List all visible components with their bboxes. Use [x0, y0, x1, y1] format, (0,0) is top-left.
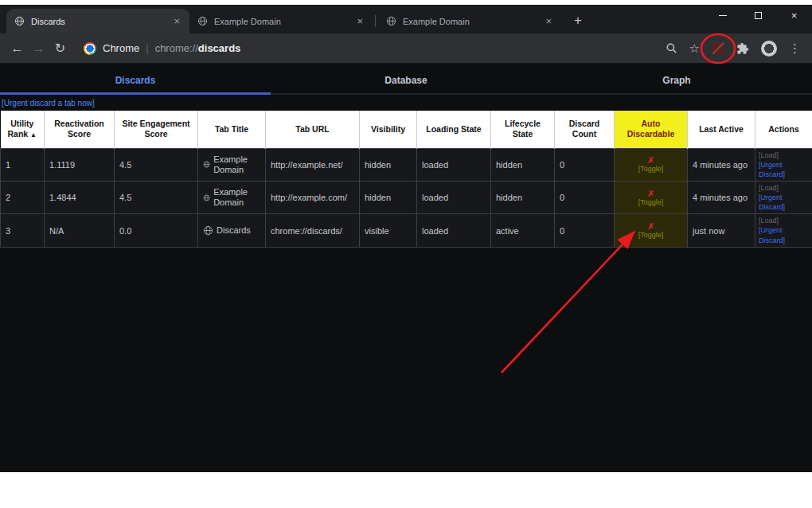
toggle-link[interactable]: [Toggle] — [616, 231, 685, 240]
discards-table: Utility Rank ▲ Reactivation Score Site E… — [0, 111, 812, 248]
cell-lifecycle-state: active — [491, 214, 555, 247]
browser-tab-example-1[interactable]: Example Domain × — [189, 9, 373, 33]
table-row: 2 1.4844 4.5 Example Domain http://examp… — [1, 181, 812, 213]
cell-tab-title: Discards — [198, 214, 266, 247]
maximize-button[interactable] — [740, 5, 776, 26]
back-icon[interactable]: ← — [6, 41, 28, 56]
cell-loading-state: loaded — [417, 148, 491, 181]
cell-reactivation: 1.1119 — [45, 148, 115, 181]
page-favicon-icon — [14, 16, 25, 26]
x-mark-icon: ✗ — [616, 155, 685, 165]
x-mark-icon: ✗ — [616, 189, 685, 198]
cell-tab-url: http://example.com/ — [266, 181, 360, 213]
url-scheme: chrome:// — [155, 42, 198, 54]
toggle-link[interactable]: [Toggle] — [616, 165, 685, 174]
reload-icon[interactable]: ↻ — [49, 41, 71, 56]
cell-auto-discardable: ✗[Toggle] — [615, 214, 688, 247]
tab-separator — [375, 15, 376, 27]
blocked-extension-icon[interactable] — [712, 42, 724, 55]
browser-toolbar: ← → ↻ Chrome | chrome://discards ☆ ⋮ — [0, 33, 812, 64]
tab-close-icon[interactable]: × — [172, 15, 182, 27]
zoom-icon[interactable] — [666, 42, 677, 54]
globe-icon — [203, 193, 210, 203]
maximize-icon — [755, 12, 762, 19]
cell-last-active: just now — [688, 214, 755, 247]
cell-last-active: 4 minutes ago — [688, 148, 755, 181]
address-bar[interactable]: Chrome | chrome://discards — [84, 42, 666, 55]
header-site-engagement-score[interactable]: Site Engagement Score — [115, 111, 198, 148]
cell-actions: [Load][Urgent Discard] — [755, 214, 812, 247]
urgent-discard-row-link[interactable]: [Urgent Discard] — [759, 160, 809, 179]
page-nav-tabs: Discards Database Graph — [0, 68, 812, 95]
menu-kebab-icon[interactable]: ⋮ — [789, 41, 801, 56]
new-tab-button[interactable]: + — [568, 10, 588, 31]
cell-tab-title: Example Domain — [198, 181, 266, 213]
minimize-button[interactable] — [705, 5, 740, 26]
header-reactivation-score[interactable]: Reactivation Score — [45, 111, 115, 148]
cell-tab-title: Example Domain — [198, 148, 266, 181]
extensions-puzzle-icon[interactable] — [736, 42, 749, 55]
cell-actions: [Load][Urgent Discard] — [755, 181, 812, 213]
globe-icon — [203, 225, 213, 236]
omnibox-separator: | — [146, 42, 148, 54]
profile-avatar[interactable] — [761, 41, 777, 57]
header-discard-count[interactable]: Discard Count — [555, 111, 615, 148]
forward-icon[interactable]: → — [28, 41, 49, 56]
cell-last-active: 4 minutes ago — [688, 181, 755, 213]
header-tab-title[interactable]: Tab Title — [198, 111, 266, 148]
globe-icon — [386, 16, 396, 26]
header-visibility[interactable]: Visibility — [360, 111, 417, 148]
tab-discards[interactable]: Discards — [0, 68, 271, 93]
cell-rank: 3 — [1, 214, 45, 247]
cell-lifecycle-state: hidden — [491, 181, 555, 213]
urgent-discard-row-link[interactable]: [Urgent Discard] — [759, 225, 809, 244]
screenshot-root: Discards × Example Domain × Example Doma… — [0, 0, 812, 508]
header-auto-discardable[interactable]: Auto Discardable — [615, 111, 688, 148]
cell-discard-count: 0 — [555, 181, 615, 213]
x-mark-icon: ✗ — [616, 221, 685, 231]
cell-tab-url: chrome://discards/ — [266, 214, 360, 247]
load-link[interactable]: [Load] — [759, 150, 809, 160]
header-last-active[interactable]: Last Active — [688, 111, 755, 148]
bookmark-star-icon[interactable]: ☆ — [689, 41, 700, 56]
tab-graph[interactable]: Graph — [541, 68, 812, 93]
tab-close-icon[interactable]: × — [355, 15, 365, 27]
header-lifecycle-state[interactable]: Lifecycle State — [491, 111, 555, 148]
close-button[interactable]: × — [776, 5, 812, 26]
sort-ascending-icon: ▲ — [30, 131, 37, 139]
cell-auto-discardable: ✗[Toggle] — [615, 181, 688, 213]
cell-reactivation: 1.4844 — [45, 181, 115, 213]
globe-icon — [197, 16, 208, 26]
header-actions[interactable]: Actions — [755, 111, 812, 148]
toolbar-right-icons: ☆ ⋮ — [666, 41, 801, 57]
cell-engagement: 4.5 — [115, 181, 198, 213]
tab-close-icon[interactable]: × — [544, 15, 553, 27]
urgent-discard-row-link[interactable]: [Urgent Discard] — [759, 193, 809, 212]
load-link[interactable]: [Load] — [759, 183, 809, 193]
cell-loading-state: loaded — [417, 214, 491, 247]
cell-rank: 1 — [1, 148, 45, 181]
header-loading-state[interactable]: Loading State — [417, 111, 491, 148]
cell-rank: 2 — [1, 181, 45, 213]
url-host: discards — [198, 42, 240, 54]
omnibox-product-label: Chrome — [103, 42, 139, 54]
header-utility-rank[interactable]: Utility Rank ▲ — [1, 111, 45, 148]
cell-lifecycle-state: hidden — [491, 148, 555, 181]
toggle-link[interactable]: [Toggle] — [616, 198, 685, 207]
cell-loading-state: loaded — [417, 181, 491, 213]
table-row: 1 1.1119 4.5 Example Domain http://examp… — [1, 148, 812, 181]
table-row: 3 N/A 0.0 Discards chrome://discards/ vi… — [1, 214, 812, 247]
browser-window: Discards × Example Domain × Example Doma… — [0, 5, 812, 472]
cell-engagement: 0.0 — [115, 214, 198, 247]
browser-tab-discards[interactable]: Discards × — [6, 9, 189, 33]
urgent-discard-link[interactable]: [Urgent discard a tab now] — [2, 99, 95, 107]
tab-title: Example Domain — [214, 17, 349, 26]
load-link[interactable]: [Load] — [759, 216, 809, 225]
cell-tab-url: http://example.net/ — [266, 148, 360, 181]
globe-icon — [203, 159, 210, 170]
header-tab-url[interactable]: Tab URL — [266, 111, 360, 148]
browser-tabstrip: Discards × Example Domain × Example Doma… — [0, 5, 812, 33]
browser-tab-example-2[interactable]: Example Domain × — [378, 9, 561, 33]
tab-database[interactable]: Database — [271, 68, 541, 93]
cell-actions: [Load][Urgent Discard] — [755, 148, 812, 181]
